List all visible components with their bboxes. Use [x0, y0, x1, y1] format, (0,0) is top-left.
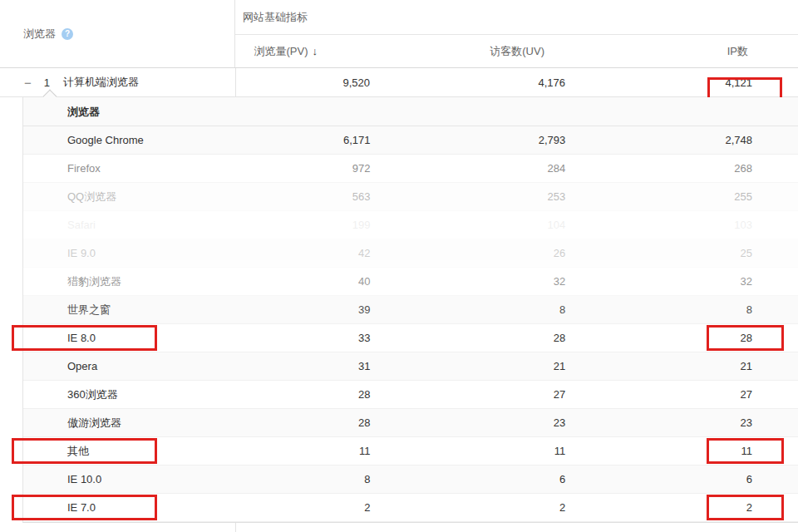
uv-value: 11 — [392, 445, 587, 457]
highlight-box — [12, 495, 157, 520]
table-header: 浏览器 ? 网站基础指标 浏览量(PV)↓ 访客数(UV) IP数 — [0, 0, 798, 68]
ip-value: 23 — [586, 416, 798, 429]
pv-value: 563 — [236, 190, 392, 203]
table-row[interactable]: 猎豹浏览器 40 32 32 — [23, 268, 798, 296]
pv-value: 11 — [236, 445, 392, 457]
highlight-box — [707, 438, 784, 464]
column-header-uv[interactable]: 访客数(UV) — [391, 44, 586, 59]
ip-value: 2,748 — [586, 134, 798, 146]
pv-value: 972 — [236, 162, 392, 175]
table-row[interactable]: QQ浏览器 563 253 255 — [23, 183, 798, 211]
browser-label: Firefox — [23, 162, 236, 175]
table-row[interactable]: 360浏览器 28 27 27 — [23, 381, 798, 409]
uv-value: 27 — [392, 388, 587, 401]
ip-value: 103 — [586, 219, 798, 231]
pv-value: 8 — [236, 473, 392, 485]
table-row[interactable]: IE 10.0 8 6 6 — [23, 466, 798, 494]
metrics-header: 网站基础指标 浏览量(PV)↓ 访客数(UV) IP数 — [235, 0, 798, 67]
uv-value: 284 — [392, 162, 587, 175]
uv-value: 21 — [392, 360, 587, 372]
pv-value: 40 — [236, 275, 392, 288]
parent-row-label: 计算机端浏览器 — [63, 75, 139, 90]
table-row[interactable]: 世界之窗 39 8 8 — [23, 296, 798, 324]
metric-column-headers: 浏览量(PV)↓ 访客数(UV) IP数 — [235, 35, 798, 67]
expanded-subtable: 浏览器 Google Chrome 6,171 2,793 2,748 Fire… — [22, 97, 798, 523]
dimension-header-cell: 浏览器 ? — [0, 0, 235, 67]
ip-value: 255 — [586, 190, 798, 203]
ip-value: 21 — [586, 360, 798, 372]
browser-label: QQ浏览器 — [23, 190, 236, 204]
uv-value: 2,793 — [392, 134, 587, 146]
parent-uv-value: 4,176 — [391, 76, 586, 89]
pv-value: 39 — [236, 303, 392, 316]
highlight-box — [707, 325, 784, 351]
uv-value: 253 — [392, 190, 587, 203]
browser-label: 世界之窗 — [23, 303, 236, 318]
highlight-box — [12, 438, 157, 464]
collapse-toggle-icon[interactable]: − — [24, 76, 32, 89]
column-header-ip[interactable]: IP数 — [586, 44, 798, 59]
uv-value: 26 — [392, 247, 587, 259]
ip-value: 27 — [586, 388, 798, 401]
ip-value: 268 — [586, 162, 798, 175]
ip-value: 6 — [586, 473, 798, 485]
pv-value: 28 — [236, 416, 392, 429]
dimension-header-label: 浏览器 — [23, 27, 56, 42]
table-row[interactable]: Safari 199 104 103 — [23, 211, 798, 239]
table-row[interactable]: IE 8.0 33 28 28 — [23, 324, 798, 352]
table-row[interactable]: 其他 11 11 11 — [23, 437, 798, 466]
uv-value: 104 — [392, 219, 587, 231]
subtable-header: 浏览器 — [23, 97, 798, 126]
uv-value: 28 — [392, 332, 587, 344]
uv-value: 23 — [392, 416, 587, 429]
browser-label: 猎豹浏览器 — [23, 274, 236, 289]
parent-ip-value: 4,121 — [586, 76, 798, 89]
ip-value: 8 — [586, 303, 798, 316]
pv-value: 199 — [236, 219, 392, 231]
ip-value: 25 — [586, 247, 798, 259]
ip-value: 32 — [586, 275, 798, 288]
table-row[interactable]: Google Chrome 6,171 2,793 2,748 — [23, 126, 798, 155]
browser-label: 傲游浏览器 — [23, 416, 236, 431]
browser-label: Opera — [23, 360, 236, 372]
parent-dimension-cell: − 1 计算机端浏览器 — [0, 75, 235, 90]
pv-value: 42 — [236, 247, 392, 259]
table-row-parent[interactable]: − 1 计算机端浏览器 9,520 4,176 4,121 — [0, 68, 798, 97]
row-index: 1 — [44, 76, 50, 89]
uv-value: 8 — [392, 303, 587, 316]
browser-rows: Google Chrome 6,171 2,793 2,748 Firefox … — [23, 126, 798, 522]
pv-value: 6,171 — [236, 134, 392, 146]
table-row[interactable]: 傲游浏览器 28 23 23 — [23, 409, 798, 437]
column-header-pv[interactable]: 浏览量(PV)↓ — [235, 44, 391, 59]
highlight-box — [707, 495, 784, 520]
uv-value: 6 — [392, 473, 587, 485]
uv-value: 2 — [392, 501, 587, 514]
pv-value: 2 — [236, 501, 392, 514]
browser-label: 360浏览器 — [23, 387, 236, 402]
parent-pv-value: 9,520 — [235, 76, 391, 89]
table-row[interactable]: Firefox 972 284 268 — [23, 155, 798, 183]
browser-label: IE 10.0 — [23, 473, 236, 485]
browser-label: IE 9.0 — [23, 247, 236, 259]
pv-value: 31 — [236, 360, 392, 372]
highlight-box — [12, 325, 157, 351]
pv-value: 33 — [236, 332, 392, 344]
help-icon[interactable]: ? — [62, 28, 73, 40]
table-row[interactable]: IE 7.0 2 2 2 — [23, 494, 798, 522]
table-row[interactable]: IE 9.0 42 26 25 — [23, 239, 798, 268]
browser-label: Google Chrome — [23, 134, 236, 146]
browser-label: Safari — [23, 219, 236, 231]
uv-value: 32 — [392, 275, 587, 288]
metrics-group-header: 网站基础指标 — [235, 0, 798, 35]
pv-value: 28 — [236, 388, 392, 401]
sort-desc-icon[interactable]: ↓ — [313, 45, 318, 57]
table-row[interactable]: Opera 31 21 21 — [23, 352, 798, 381]
